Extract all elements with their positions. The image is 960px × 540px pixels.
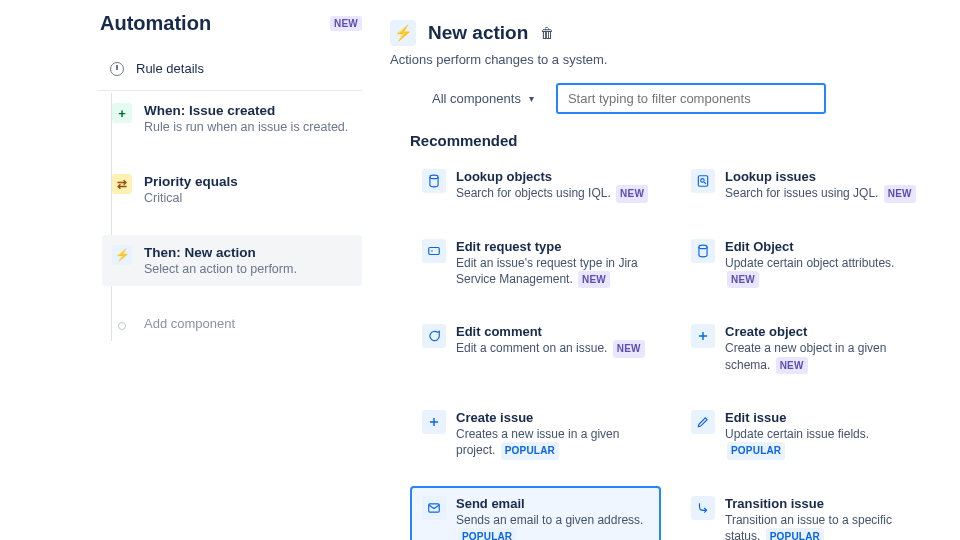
- chevron-down-icon: ▾: [529, 93, 534, 104]
- branch-icon: [691, 496, 715, 520]
- step-title: Then: New action: [144, 245, 297, 260]
- step-condition[interactable]: ⇄ Priority equals Critical: [102, 164, 362, 215]
- action-card-edit-comment[interactable]: Edit commentEdit a comment on an issue. …: [410, 314, 661, 384]
- action-card-lookup-issues[interactable]: Lookup issuesSearch for issues using JQL…: [679, 159, 930, 213]
- card-badge: NEW: [613, 340, 645, 358]
- plus-icon: +: [112, 103, 132, 123]
- action-header: ⚡ New action 🗑: [390, 20, 930, 46]
- card-badge: POPULAR: [727, 442, 785, 460]
- svg-point-4: [699, 245, 707, 249]
- step-subtitle: Critical: [144, 191, 238, 205]
- page-title: Automation: [100, 12, 211, 35]
- card-description: Edit a comment on an issue. NEW: [456, 340, 645, 358]
- action-card-send-email[interactable]: Send emailSends an email to a given addr…: [410, 486, 661, 540]
- action-card-edit-object[interactable]: Edit ObjectUpdate certain object attribu…: [679, 229, 930, 299]
- card-description: Transition an issue to a specific status…: [725, 512, 918, 540]
- add-component-label: Add component: [144, 316, 235, 331]
- form-icon: [422, 239, 446, 263]
- card-badge: POPULAR: [501, 442, 559, 460]
- clock-icon: [110, 62, 124, 76]
- card-description: Update certain object attributes. NEW: [725, 255, 918, 289]
- step-subtitle: Rule is run when an issue is created.: [144, 120, 348, 134]
- shuffle-icon: ⇄: [112, 174, 132, 194]
- card-description: Update certain issue fields. POPULAR: [725, 426, 918, 460]
- card-title: Create object: [725, 324, 918, 339]
- action-title: New action: [428, 22, 528, 44]
- card-title: Edit Object: [725, 239, 918, 254]
- card-badge: POPULAR: [766, 528, 824, 540]
- card-title: Edit issue: [725, 410, 918, 425]
- lightning-icon: ⚡: [112, 245, 132, 265]
- circle-icon: [118, 322, 126, 330]
- card-title: Create issue: [456, 410, 649, 425]
- lightning-icon: ⚡: [390, 20, 416, 46]
- card-badge: NEW: [578, 271, 610, 289]
- db-icon: [691, 239, 715, 263]
- comment-icon: [422, 324, 446, 348]
- svg-rect-1: [698, 176, 707, 187]
- card-description: Search for issues using JQL. NEW: [725, 185, 916, 203]
- action-card-create-issue[interactable]: Create issueCreates a new issue in a giv…: [410, 400, 661, 470]
- card-description: Search for objects using IQL. NEW: [456, 185, 648, 203]
- card-description: Creates a new issue in a given project. …: [456, 426, 649, 460]
- card-title: Transition issue: [725, 496, 918, 511]
- rule-details[interactable]: Rule details: [100, 53, 362, 90]
- action-card-create-object[interactable]: Create objectCreate a new object in a gi…: [679, 314, 930, 384]
- step-when[interactable]: + When: Issue created Rule is run when a…: [102, 93, 362, 144]
- step-then[interactable]: ⚡ Then: New action Select an action to p…: [102, 235, 362, 286]
- card-title: Edit comment: [456, 324, 645, 339]
- card-badge: NEW: [884, 185, 916, 203]
- add-component[interactable]: Add component: [102, 306, 362, 341]
- step-title: When: Issue created: [144, 103, 348, 118]
- card-title: Edit request type: [456, 239, 649, 254]
- card-description: Edit an issue's request type in Jira Ser…: [456, 255, 649, 289]
- plus-icon: [691, 324, 715, 348]
- action-card-lookup-objects[interactable]: Lookup objectsSearch for objects using I…: [410, 159, 661, 213]
- card-badge: NEW: [727, 271, 759, 289]
- card-badge: NEW: [616, 185, 648, 203]
- card-description: Create a new object in a given schema. N…: [725, 340, 918, 374]
- pencil-icon: [691, 410, 715, 434]
- recommended-heading: Recommended: [410, 132, 930, 149]
- db-icon: [422, 169, 446, 193]
- page-header: Automation NEW: [100, 12, 362, 35]
- action-card-edit-issue[interactable]: Edit issueUpdate certain issue fields. P…: [679, 400, 930, 470]
- plus-icon: [422, 410, 446, 434]
- step-title: Priority equals: [144, 174, 238, 189]
- step-subtitle: Select an action to perform.: [144, 262, 297, 276]
- components-dropdown[interactable]: All components ▾: [420, 83, 546, 114]
- card-title: Lookup objects: [456, 169, 648, 184]
- action-card-transition-issue[interactable]: Transition issueTransition an issue to a…: [679, 486, 930, 540]
- card-badge: POPULAR: [458, 528, 516, 540]
- svg-rect-3: [429, 247, 440, 254]
- svg-point-2: [701, 179, 705, 183]
- delete-icon[interactable]: 🗑: [540, 25, 554, 41]
- card-badge: NEW: [776, 357, 808, 375]
- card-title: Send email: [456, 496, 649, 511]
- filter-input[interactable]: [556, 83, 826, 114]
- mail-icon: [422, 496, 446, 520]
- dropdown-label: All components: [432, 91, 521, 106]
- action-subtitle: Actions perform changes to a system.: [390, 52, 930, 67]
- search-doc-icon: [691, 169, 715, 193]
- rule-details-label: Rule details: [136, 61, 204, 76]
- card-title: Lookup issues: [725, 169, 916, 184]
- new-badge: NEW: [330, 16, 362, 31]
- action-card-edit-request-type[interactable]: Edit request typeEdit an issue's request…: [410, 229, 661, 299]
- svg-point-0: [430, 175, 438, 179]
- card-description: Sends an email to a given address. POPUL…: [456, 512, 649, 540]
